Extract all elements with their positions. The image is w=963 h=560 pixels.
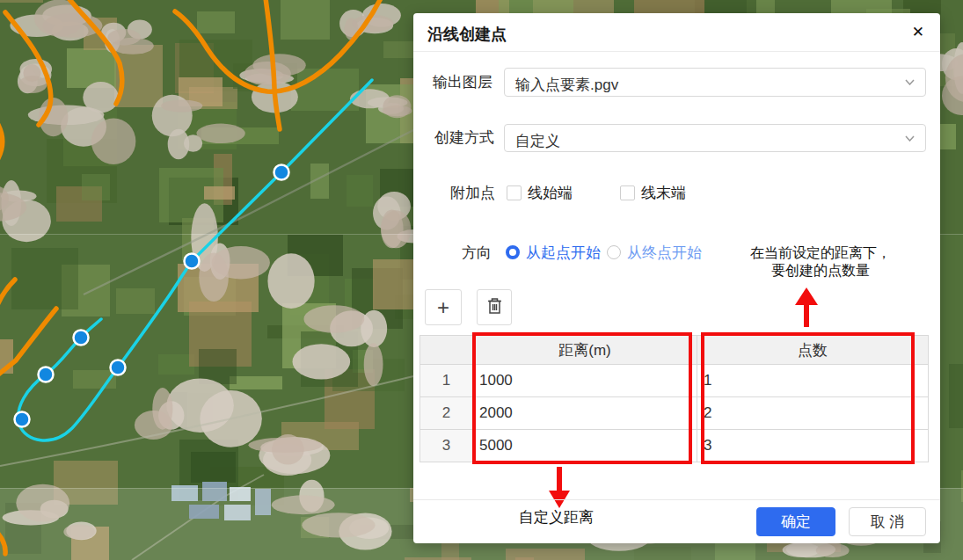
footer-divider	[413, 499, 940, 500]
row-index: 3	[420, 430, 473, 462]
map-vertex-point[interactable]	[15, 412, 30, 427]
creation-method-label: 创建方式	[434, 130, 494, 145]
from-start-radio[interactable]	[506, 245, 520, 259]
map-vertex-point[interactable]	[185, 254, 200, 269]
create-points-along-line-dialog: 沿线创建点 ✕ 输出图层 输入点要素.pgv 创建方式 自定义 附加点 线始端 …	[413, 13, 940, 543]
index-column-header	[420, 336, 473, 365]
line-end-checkbox[interactable]	[620, 185, 635, 200]
point-count-annotation: 在当前设定的距离下， 要创建的点数量	[737, 244, 904, 280]
chevron-down-icon	[905, 79, 915, 85]
point-count-annotation-line2: 要创建的点数量	[737, 262, 904, 280]
up-arrow-shaft	[804, 303, 809, 327]
point-count-annotation-line1: 在当前设定的距离下，	[737, 244, 904, 262]
row-index: 2	[420, 397, 473, 430]
cancel-button[interactable]: 取 消	[849, 507, 926, 536]
chevron-down-icon	[905, 135, 915, 142]
app-window: 沿线创建点 ✕ 输出图层 输入点要素.pgv 创建方式 自定义 附加点 线始端 …	[0, 0, 963, 560]
dialog-header: 沿线创建点 ✕	[413, 13, 940, 52]
line-end-checkbox-label[interactable]: 线末端	[641, 185, 686, 200]
trash-icon	[486, 297, 503, 318]
line-start-checkbox-label[interactable]: 线始端	[528, 185, 573, 200]
map-vertex-point[interactable]	[39, 367, 54, 382]
custom-distance-annotation: 自定义距离	[519, 507, 594, 527]
down-arrow-shaft	[557, 467, 562, 491]
map-vertex-point[interactable]	[274, 165, 289, 180]
additional-points-label: 附加点	[450, 185, 495, 200]
close-icon[interactable]: ✕	[912, 23, 924, 42]
map-vertex-point[interactable]	[74, 331, 89, 345]
row-index: 1	[420, 365, 473, 397]
count-column-highlight	[701, 332, 915, 464]
dialog-title: 沿线创建点	[427, 24, 507, 45]
map-vertex-point[interactable]	[111, 360, 126, 375]
delete-row-button[interactable]	[477, 289, 512, 325]
from-end-radio[interactable]	[607, 245, 621, 259]
line-start-checkbox[interactable]	[507, 185, 522, 200]
up-arrow-icon	[795, 287, 818, 305]
creation-method-value: 自定义	[515, 131, 560, 151]
creation-method-select[interactable]: 自定义	[504, 124, 926, 152]
from-start-radio-label[interactable]: 从起点开始	[526, 245, 601, 260]
add-row-button[interactable]: +	[425, 289, 462, 325]
ok-button[interactable]: 确定	[756, 507, 835, 536]
output-layer-select[interactable]: 输入点要素.pgv	[504, 68, 926, 97]
from-end-radio-label[interactable]: 从终点开始	[627, 245, 702, 260]
output-layer-value: 输入点要素.pgv	[515, 75, 618, 95]
direction-label: 方向	[462, 245, 492, 260]
plus-icon: +	[437, 295, 449, 320]
map-overlay-line	[0, 125, 3, 158]
output-layer-label: 输出图层	[433, 75, 492, 90]
distance-column-highlight	[472, 332, 692, 464]
